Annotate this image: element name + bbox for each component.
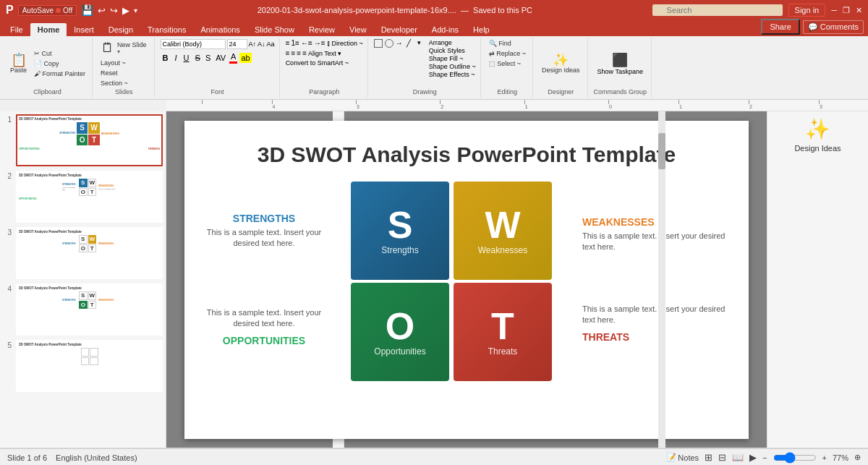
font-size-input[interactable] [227,39,247,49]
slide-preview-4[interactable]: 3D SWOT Analysis PowerPoint Template STR… [16,283,163,336]
slide-thumb-3[interactable]: 3 3D SWOT Analysis PowerPoint Template S… [3,227,163,279]
slide-preview-2[interactable]: 3D SWOT Analysis PowerPoint Template STR… [16,171,163,223]
convert-smartart-button[interactable]: Convert to SmartArt ~ [286,59,349,67]
cube-w[interactable]: W Weaknesses [454,182,552,280]
autosave-badge[interactable]: AutoSave Off [18,5,77,16]
slide-thumb-2[interactable]: 2 3D SWOT Analysis PowerPoint Template S… [3,171,163,223]
decrease-indent-button[interactable]: ←≡ [301,39,312,47]
format-painter-button[interactable]: 🖌 Format Painter [32,69,88,78]
zoom-out-button[interactable]: − [762,453,767,462]
slide-preview-5[interactable]: 3D SWOT Analysis PowerPoint Template [16,340,163,392]
present-icon[interactable]: ▶ [122,5,129,16]
paste-button[interactable]: 📋 Paste [7,52,30,75]
tab-help[interactable]: Help [466,23,497,36]
layout-button[interactable]: Layout ~ [98,59,128,67]
shape-circle[interactable] [385,39,393,48]
align-center-button[interactable]: ≡ [291,49,295,57]
arrange-button[interactable]: Arrange [429,39,476,46]
slide-view-normal-button[interactable]: ⊞ [705,452,712,463]
numbering-button[interactable]: 1≡ [291,39,299,47]
show-taskpane-button[interactable]: ⬛ Show Taskpane [595,51,646,77]
tab-transitions[interactable]: Transitions [140,23,193,36]
underline-button[interactable]: U [182,53,192,63]
italic-button[interactable]: I [173,53,179,63]
cut-button[interactable]: ✂ Cut [32,49,88,58]
tab-addins[interactable]: Add-ins [425,23,466,36]
strengths-text[interactable]: This is a sample text. Insert your desir… [206,227,322,249]
minimize-icon[interactable]: ─ [831,6,837,14]
threats-text[interactable]: This is a sample text. Insert your desir… [582,304,727,326]
share-button[interactable]: Share [761,19,799,35]
slides-panel[interactable]: 1 3D SWOT Analysis PowerPoint Template S… [0,111,166,448]
signin-button[interactable]: Sign in [788,4,826,17]
align-left-button[interactable]: ≡ [286,49,290,57]
slide-thumb-1[interactable]: 1 3D SWOT Analysis PowerPoint Template S… [3,114,163,166]
tab-developer[interactable]: Developer [374,23,425,36]
tab-insert[interactable]: Insert [67,23,101,36]
tab-animations[interactable]: Animations [193,23,247,36]
strikethrough-button[interactable]: S [194,53,202,63]
restore-icon[interactable]: ❐ [843,6,850,15]
scrollbar-thumb[interactable] [658,133,665,169]
increase-indent-button[interactable]: →≡ [314,39,326,47]
copy-button[interactable]: 📄 Copy [32,59,88,68]
tab-home[interactable]: Home [30,23,67,36]
zoom-in-button[interactable]: + [822,453,827,462]
shape-arrow[interactable]: → [396,39,406,48]
replace-button[interactable]: ⇄ Replace ~ [487,49,528,58]
bullets-button[interactable]: ≡ [286,39,290,47]
quick-styles-button[interactable]: Quick Styles [429,47,476,54]
increase-font-icon[interactable]: A↑ [249,40,257,48]
redo-icon[interactable]: ↪ [110,5,118,16]
highlight-button[interactable]: ab [239,53,251,63]
align-text-button[interactable]: Align Text ▾ [308,50,341,57]
strengths-title[interactable]: STRENGTHS [206,213,322,224]
tab-slideshow[interactable]: Slide Show [247,23,302,36]
bold-button[interactable]: B [161,53,171,63]
shape-more[interactable]: ▾ [417,39,427,48]
slide-preview-3[interactable]: 3D SWOT Analysis PowerPoint Template STR… [16,227,163,279]
slideshow-button[interactable]: ▶ [749,452,757,463]
text-direction-button[interactable]: Direction ~ [332,40,363,47]
clear-format-icon[interactable]: Aa [267,40,275,48]
shape-effects-button[interactable]: Shape Effects ~ [429,71,476,78]
notes-button[interactable]: 📝 Notes [666,453,699,462]
cube-s[interactable]: S Strengths [351,182,449,280]
shape-fill-button[interactable]: Shape Fill ~ [429,55,476,62]
tab-view[interactable]: View [342,23,374,36]
vertical-scrollbar[interactable] [658,111,665,448]
section-button[interactable]: Section ~ [98,79,130,88]
shape-outline-button[interactable]: Shape Outline ~ [429,63,476,70]
reset-button[interactable]: Reset [98,69,120,77]
font-name-input[interactable] [161,39,226,49]
slide-preview-1[interactable]: 3D SWOT Analysis PowerPoint Template STR… [16,114,163,166]
threats-title[interactable]: THREATS [582,331,727,343]
shadow-button[interactable]: S [204,53,212,63]
comments-button[interactable]: 💬 Comments [803,20,864,34]
tab-review[interactable]: Review [302,23,342,36]
zoom-slider[interactable] [773,455,817,461]
shape-rect[interactable] [374,39,383,48]
save-icon[interactable]: 💾 [81,4,93,16]
close-icon[interactable]: ✕ [856,6,862,15]
slide-thumb-5[interactable]: 5 3D SWOT Analysis PowerPoint Template [3,340,163,392]
search-input[interactable] [652,4,783,16]
font-color-button[interactable]: A [229,51,237,64]
columns-button[interactable]: ⫿ [327,39,331,47]
char-spacing-button[interactable]: AV [214,53,227,63]
weaknesses-text[interactable]: This is a sample text. Insert your desir… [582,231,727,253]
new-slide-button[interactable]: 🗒 New Slide ▾ [98,39,150,57]
tab-design[interactable]: Design [101,23,140,36]
fit-slide-button[interactable]: ⊕ [854,453,861,462]
shape-line[interactable]: ╱ [407,39,417,48]
design-ideas-button[interactable]: ✨ Design Ideas [539,52,583,75]
opportunities-title[interactable]: OPPORTUNITIES [206,335,322,346]
opportunities-text[interactable]: This is a sample text. Insert your desir… [206,307,322,330]
tab-file[interactable]: File [3,23,30,36]
justify-button[interactable]: ≡ [302,49,307,57]
weaknesses-title[interactable]: WEAKNESSES [582,216,727,228]
cube-t[interactable]: T Threats [454,283,552,381]
align-right-button[interactable]: ≡ [297,49,301,57]
slide-canvas-area[interactable]: 2 1 0 1 2 3D SWOT Analysis PowerPoint Te… [166,111,767,448]
select-button[interactable]: ⬚ Select ~ [487,59,523,68]
